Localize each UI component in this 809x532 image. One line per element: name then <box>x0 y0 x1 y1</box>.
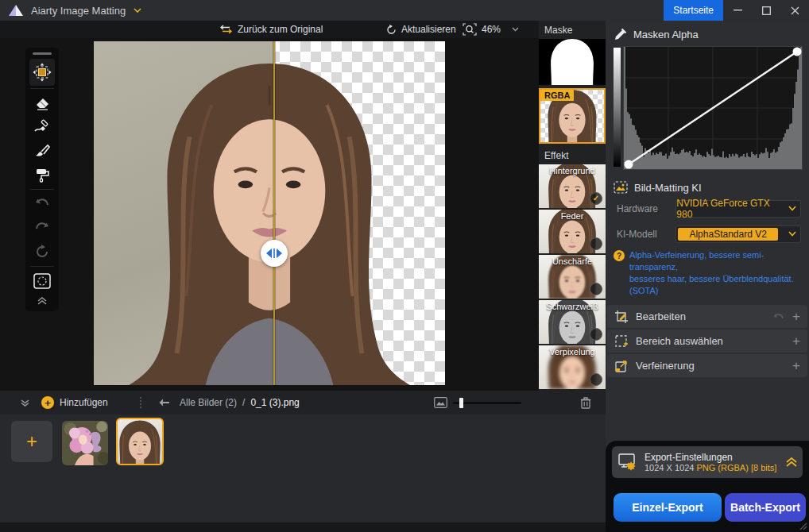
zoom-control[interactable]: 46% <box>463 21 519 38</box>
effects-title: Effekt <box>539 144 606 164</box>
effect-indicator <box>590 283 602 295</box>
help-icon[interactable]: ? <box>614 250 625 261</box>
reset-icon <box>34 244 50 260</box>
check-icon: ✓ <box>593 195 599 202</box>
model-hint-text: Alpha-Verfeinerung, bessere semi-transpa… <box>629 249 801 297</box>
export-title: Export-Einstellungen <box>644 452 780 463</box>
add-images-button[interactable]: + Hinzufügen <box>41 391 108 414</box>
titlebar: Aiarty Image Matting Startseite <box>0 0 809 21</box>
compare-divider-line[interactable] <box>273 41 275 385</box>
masken-alpha-header: Masken Alpha <box>614 28 801 41</box>
roller-tool-button[interactable] <box>29 163 55 187</box>
gallery-item-fairy[interactable] <box>62 421 108 465</box>
app-window: Aiarty Image Matting Startseite Zurück z… <box>0 0 809 532</box>
refresh-button[interactable]: Aktualisieren <box>386 21 456 38</box>
palette-drag-handle[interactable] <box>33 52 52 55</box>
expand-plus-icon[interactable]: + <box>792 359 800 372</box>
section-bereich-auswaehlen[interactable]: Bereich auswählen + <box>607 330 807 353</box>
gallery-back-button[interactable] <box>159 391 169 414</box>
redo-icon <box>33 220 51 236</box>
effect-hintergrund[interactable]: Hintergrund ✓ <box>539 164 606 208</box>
expand-plus-icon[interactable]: + <box>792 334 800 348</box>
export-format: PNG (RGBA) [8 bits] <box>696 463 776 472</box>
add-images-label: Hinzufügen <box>60 397 108 408</box>
curve-handle-high <box>793 48 802 56</box>
gallery-item-current[interactable] <box>116 418 164 465</box>
section-bearbeiten[interactable]: Bearbeiten + <box>607 305 807 328</box>
alpha-curve-editor[interactable] <box>614 46 801 170</box>
move-tool-button[interactable] <box>29 59 55 86</box>
effect-selected-indicator: ✓ <box>590 192 602 205</box>
compare-slider-handle[interactable] <box>261 240 288 267</box>
image-canvas[interactable] <box>94 41 445 385</box>
curve-handle-low <box>625 160 633 169</box>
undo-icon <box>33 196 51 212</box>
minimize-icon <box>734 10 742 11</box>
rgba-thumbnail[interactable]: RGBA <box>539 88 606 144</box>
image-size-icon <box>434 397 447 408</box>
single-export-button[interactable]: Einzel-Export <box>614 493 722 522</box>
redo-button[interactable] <box>29 216 55 240</box>
expand-plus-icon[interactable]: + <box>792 310 800 323</box>
mask-thumbnail[interactable] <box>539 39 606 85</box>
eraser-tool-button[interactable] <box>29 91 55 115</box>
delete-image-button[interactable] <box>580 391 591 414</box>
hardware-dropdown[interactable]: NVIDIA GeForce GTX 980 <box>675 200 801 218</box>
alpha-histogram[interactable] <box>623 46 803 170</box>
app-menu-chevron-icon[interactable] <box>134 8 141 13</box>
double-chevron-up-icon[interactable] <box>786 457 797 467</box>
palette-collapse-button[interactable] <box>29 293 55 309</box>
gallery-collapse-button[interactable] <box>21 391 29 414</box>
refine-icon <box>614 359 629 373</box>
masken-alpha-title: Masken Alpha <box>633 29 699 40</box>
zoom-chevron-icon <box>512 27 519 32</box>
marquee-tool-button[interactable] <box>29 269 55 293</box>
brush-tool-button[interactable] <box>29 139 55 163</box>
undo-button[interactable] <box>29 192 55 216</box>
effect-feder[interactable]: Feder <box>539 210 606 253</box>
thumbnail-size-slider[interactable] <box>453 402 521 404</box>
effect-unschaerfe[interactable]: Unschärfe <box>539 255 606 299</box>
canvas-toolbar: Zurück zum Original Aktualisieren 46% <box>0 21 539 38</box>
effect-indicator <box>590 328 602 341</box>
breadcrumb: Alle Bilder (2) / 0_1 (3).png <box>180 391 300 414</box>
compare-arrows-icon <box>265 248 283 259</box>
reset-button[interactable] <box>29 240 55 264</box>
eraser-icon <box>33 94 51 112</box>
maximize-button[interactable] <box>752 0 780 21</box>
effect-verpixelung[interactable]: Verpixelung <box>539 345 606 389</box>
thumbnail-size-control <box>434 391 521 414</box>
resize-grip[interactable] <box>798 521 807 530</box>
breadcrumb-all-images[interactable]: Alle Bilder (2) <box>180 397 237 408</box>
brush-icon <box>33 142 51 160</box>
add-image-tile[interactable]: + <box>11 421 52 462</box>
section-verfeinerung[interactable]: Verfeinerung + <box>607 354 807 377</box>
export-settings-button[interactable]: Export-Einstellungen 1024 X 1024 PNG (RG… <box>612 446 803 478</box>
portrait-photo <box>94 41 445 385</box>
section-label: Verfeinerung <box>636 360 785 372</box>
minimize-button[interactable] <box>723 0 752 21</box>
batch-export-button[interactable]: Batch-Export <box>725 493 806 522</box>
bild-matting-header: Bild-Matting KI <box>614 181 801 194</box>
back-to-original-button[interactable]: Zurück zum Original <box>219 21 323 38</box>
effect-label: Schwarzweiß <box>539 302 606 311</box>
refresh-icon <box>386 25 397 35</box>
close-button[interactable] <box>780 0 809 21</box>
slider-thumb[interactable] <box>459 398 463 408</box>
swap-arrows-icon <box>219 25 233 34</box>
app-logo <box>7 3 25 17</box>
section-undo-icon[interactable] <box>772 312 785 322</box>
window-bottom-edge <box>0 522 606 532</box>
maximize-icon <box>762 6 771 15</box>
effect-label: Hintergrund <box>539 166 606 175</box>
smart-pen-icon <box>33 118 51 136</box>
app-title: Aiarty Image Matting <box>31 5 126 17</box>
smart-pen-tool-button[interactable] <box>29 115 55 139</box>
zoom-level: 46% <box>482 24 501 35</box>
effect-indicator <box>590 373 602 386</box>
effect-schwarzweiss[interactable]: Schwarzweiß <box>539 300 606 344</box>
home-button[interactable]: Startseite <box>664 0 723 21</box>
model-dropdown[interactable]: AlphaStandard V2 <box>675 226 801 243</box>
palette-separator <box>30 266 54 267</box>
gallery-toolbar: + Hinzufügen Alle Bilder (2) / 0_1 (3).p… <box>0 391 606 414</box>
